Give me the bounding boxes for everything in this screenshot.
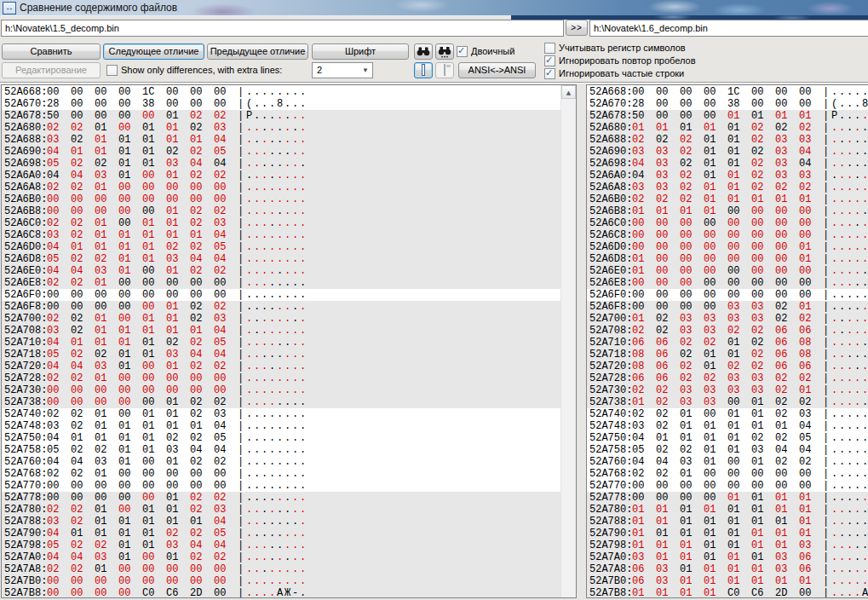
case-sensitive-checkbox-label: Учитывать регистр символов	[559, 43, 686, 54]
hex-row: 52A6D0:0000000000000001|........	[587, 241, 868, 253]
hex-row: 52A6A0:0404030100010202|........	[2, 170, 561, 182]
hex-row: 52A6C8:0000000000000000|........	[587, 229, 868, 241]
save-button[interactable]	[435, 62, 454, 78]
window-title: Сравнение содержимого файлов	[20, 2, 177, 14]
show-only-differences-checkbox[interactable]: ✓	[106, 65, 118, 76]
hex-row: 52A748:0302010101010104|........	[587, 420, 868, 432]
hex-row: 52A6C0:0202010001010203|........	[2, 217, 561, 229]
hex-row: 52A7B8:01010101C0C62D00|....АЖ-.	[587, 587, 868, 597]
hex-row: 52A700:0202010001010203|........	[2, 313, 561, 325]
hex-row: 52A780:0202010001010203|........	[2, 504, 561, 516]
compare-button[interactable]: Сравнить	[2, 43, 101, 60]
split-layout-button[interactable]	[414, 62, 433, 78]
ignore-spaces-checkbox[interactable]: ✓	[544, 55, 555, 66]
right-hex-dump: 52A668:000000001C000000|........52A670:2…	[587, 85, 868, 597]
next-difference-button[interactable]: Следующее отличие	[103, 43, 204, 60]
hex-row: 52A760:0404030100010202|........	[587, 456, 868, 468]
hex-row: 52A780:0101010101010101|........	[587, 504, 868, 516]
find-button[interactable]	[414, 43, 433, 60]
hex-row: 52A720:0404030100010202|........	[2, 361, 561, 372]
hex-row: 52A700:0102030303030202|........	[587, 313, 868, 325]
hex-row: 52A770:0000000000000000|........	[2, 480, 561, 492]
hex-row: 52A7A0:0301010101010306|........	[587, 551, 868, 563]
hex-row: 52A6B8:0101010100000000|........	[587, 205, 868, 217]
hex-row: 52A728:0606020203030202|........	[587, 372, 868, 384]
hex-row: 52A6D0:0401010101020205|........	[2, 241, 561, 253]
hex-row: 52A768:0202010000000000|........	[587, 468, 868, 480]
ansi-convert-button[interactable]: ANSI<->ANSI	[458, 62, 536, 78]
hex-row: 52A728:0202010000000000|........	[2, 372, 561, 384]
hex-row: 52A750:0401010101020205|........	[2, 432, 561, 444]
hex-row: 52A7A8:0202010000000000|........	[2, 563, 561, 575]
ignore-frequent-lines-checkbox-label: Игнорировать частые строки	[559, 68, 684, 79]
extra-lines-value: 2	[317, 65, 322, 75]
hex-row: 52A748:0302010101010104|........	[2, 420, 561, 432]
right-file-path-field[interactable]: h:\Novatek\1.6_decomp.bin	[589, 20, 868, 37]
hex-row: 52A758:0502020101030404|........	[2, 444, 561, 456]
extra-lines-dropdown[interactable]: 2 ▼	[312, 62, 373, 78]
hex-row: 52A6E8:0202010000000000|........	[2, 277, 561, 289]
hex-row: 52A738:0000000000010202|........	[2, 396, 561, 408]
hex-row: 52A718:0806020101020608|........	[587, 349, 868, 361]
hex-row: 52A6B0:0000000000000000|........	[2, 193, 561, 205]
hex-row: 52A670:2800000038000000|(...8...	[587, 98, 868, 110]
hex-row: 52A720:0806020102020606|........	[587, 361, 868, 372]
hex-row: 52A6F8:0000000003030201|........	[587, 301, 868, 313]
hex-row: 52A680:0101010101020202|........	[587, 122, 868, 134]
save-icon	[444, 64, 445, 76]
ignore-spaces-checkbox-label: Игнорировать повтор пробелов	[559, 55, 696, 66]
hex-row: 52A750:0401010101020205|........	[587, 432, 868, 444]
hex-row: 52A670:2800000038000000|(...8...	[2, 98, 561, 110]
find-with-options-button[interactable]	[435, 43, 454, 60]
scroll-up-button[interactable]: ▲	[561, 85, 576, 99]
hex-row: 52A790:0101010101010101|........	[587, 528, 868, 539]
hex-row: 52A668:000000001C000000|........	[587, 86, 868, 98]
edit-button[interactable]: Редактирование	[2, 62, 101, 78]
left-file-path-field[interactable]: h:\Novatek\1.5_decomp.bin	[1, 20, 564, 37]
hex-row: 52A6C8:0302010101010104|........	[2, 229, 561, 241]
hex-row: 52A710:0401010101020205|........	[2, 337, 561, 349]
left-hex-dump: 52A668:000000001C000000|........52A670:2…	[2, 85, 561, 597]
chevron-down-icon: ▼	[362, 66, 369, 74]
hex-row: 52A698:0403020101020304|........	[587, 158, 868, 170]
hex-row: 52A690:0401010101020205|........	[2, 146, 561, 158]
swap-files-button[interactable]: >>	[566, 20, 588, 36]
previous-difference-button[interactable]: Предыдущее отличие	[207, 43, 308, 60]
hex-row: 52A7B8:00000000C0C62D00|....АЖ-.	[2, 587, 561, 597]
hex-row: 52A788:0302010101010104|........	[2, 516, 561, 528]
up-arrow-icon: ▲	[566, 89, 571, 96]
hex-row: 52A790:0401010101020205|........	[2, 528, 561, 539]
hex-row: 52A758:0502020101030404|........	[587, 444, 868, 456]
case-sensitive-checkbox[interactable]: ✓	[544, 43, 555, 54]
hex-row: 52A768:0202010000000000|........	[2, 468, 561, 480]
binoculars-icon	[417, 47, 430, 56]
hex-row: 52A798:0502020101030404|........	[2, 539, 561, 551]
app-icon: ↔	[3, 2, 16, 14]
hex-row: 52A668:000000001C000000|........	[2, 86, 561, 98]
ignore-frequent-lines-checkbox[interactable]: ✓	[544, 68, 555, 79]
hex-row: 52A6D8:0502020101030404|........	[2, 253, 561, 265]
hex-row: 52A718:0502020101030404|........	[2, 349, 561, 361]
hex-row: 52A778:0000000001010101|........	[587, 492, 868, 504]
hex-row: 52A738:0102030300010202|........	[587, 396, 868, 408]
hex-row: 52A770:0000000000000000|........	[587, 480, 868, 492]
hex-row: 52A708:0302010101010104|........	[2, 325, 561, 337]
hex-row: 52A6A8:0303020101020202|........	[587, 182, 868, 193]
hex-row: 52A6B8:0000000000010202|........	[2, 205, 561, 217]
hex-row: 52A710:0606020201020608|........	[587, 337, 868, 349]
checkmark-icon: ✓	[457, 47, 467, 55]
left-hex-pane[interactable]: 52A668:000000001C000000|........52A670:2…	[1, 84, 577, 598]
checkmark-icon: ✓	[545, 56, 555, 65]
hex-row: 52A778:0000000000010202|........	[2, 492, 561, 504]
split-window-icon	[422, 64, 425, 76]
left-pane-scrollbar[interactable]: ▲	[560, 85, 576, 597]
titlebar[interactable]: ↔ Сравнение содержимого файлов	[0, 0, 868, 16]
hex-row: 52A6A8:0202010000000000|........	[2, 182, 561, 193]
hex-row: 52A688:0302010101010104|........	[2, 134, 561, 146]
hex-row: 52A798:0101010101010103|........	[587, 539, 868, 551]
binary-checkbox-label: Двоичный	[471, 46, 514, 57]
binary-checkbox[interactable]: ✓	[457, 46, 468, 57]
font-button[interactable]: Шрифт	[312, 43, 409, 60]
hex-row: 52A6D8:0100000000000001|........	[587, 253, 868, 265]
right-hex-pane[interactable]: 52A668:000000001C000000|........52A670:2…	[586, 84, 868, 598]
